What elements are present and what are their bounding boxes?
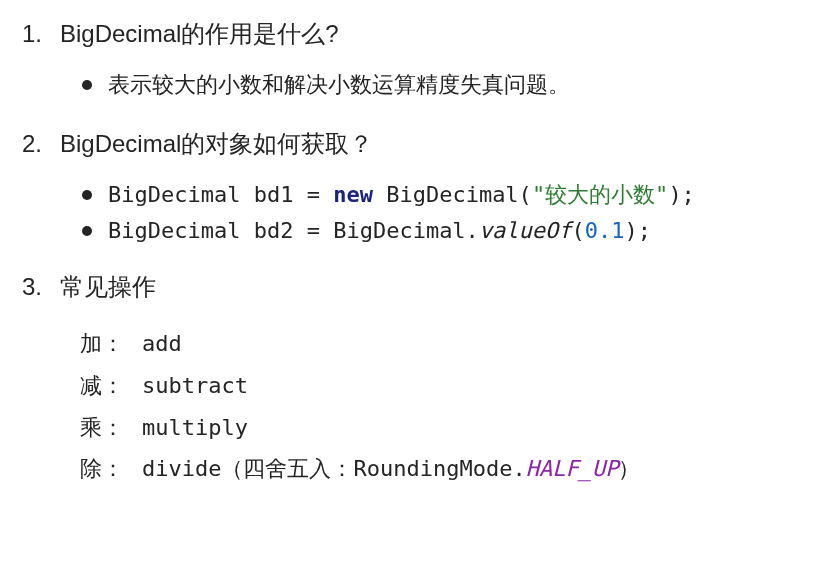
list-item-3: 3. 常见操作 加： add 减： subtract 乘： multiply 除… xyxy=(22,271,814,490)
item-title: BigDecimal的对象如何获取？ xyxy=(60,128,373,160)
item-title: BigDecimal的作用是什么? xyxy=(60,18,339,50)
code-text: BigDecimal bd1 = xyxy=(108,182,333,207)
op-name: add xyxy=(142,323,182,365)
code-text: BigDecimal( xyxy=(373,182,532,207)
item-number: 1. xyxy=(22,20,60,48)
op-name: divide（四舍五入：RoundingMode.HALF_UP） xyxy=(142,448,640,490)
code-text: BigDecimal bd2 = BigDecimal. xyxy=(108,218,479,243)
item-number: 3. xyxy=(22,273,60,301)
bullet-icon xyxy=(82,190,92,200)
bullet-2-2: BigDecimal bd2 = BigDecimal.valueOf(0.1)… xyxy=(82,218,814,243)
heading-3: 3. 常见操作 xyxy=(22,271,814,303)
code-text: ); xyxy=(625,218,652,243)
bullet-list-1: 表示较大的小数和解决小数运算精度失真问题。 xyxy=(82,70,814,100)
op-label: 减： xyxy=(80,365,142,407)
list-item-1: 1. BigDecimal的作用是什么? 表示较大的小数和解决小数运算精度失真问… xyxy=(22,18,814,100)
item-title: 常见操作 xyxy=(60,271,156,303)
code-string: "较大的小数" xyxy=(532,182,669,207)
op-label: 加： xyxy=(80,323,142,365)
op-label: 除： xyxy=(80,448,142,490)
code-keyword: new xyxy=(333,182,373,207)
item-number: 2. xyxy=(22,130,60,158)
code-text: divide xyxy=(142,456,221,481)
op-name: multiply xyxy=(142,407,248,449)
heading-1: 1. BigDecimal的作用是什么? xyxy=(22,18,814,50)
code-text: （四舍五入：RoundingMode. xyxy=(221,456,525,481)
op-subtract: 减： subtract xyxy=(80,365,814,407)
code-number: 0.1 xyxy=(585,218,625,243)
code-text: ） xyxy=(618,456,640,481)
code-text: ( xyxy=(572,218,585,243)
list-item-2: 2. BigDecimal的对象如何获取？ BigDecimal bd1 = n… xyxy=(22,128,814,243)
op-name: subtract xyxy=(142,365,248,407)
bullet-icon xyxy=(82,80,92,90)
code-method: valueOf xyxy=(479,218,572,243)
bullet-2-1: BigDecimal bd1 = new BigDecimal("较大的小数")… xyxy=(82,180,814,210)
code-enum: HALF_UP xyxy=(526,456,619,481)
bullet-1-1: 表示较大的小数和解决小数运算精度失真问题。 xyxy=(82,70,814,100)
bullet-list-2: BigDecimal bd1 = new BigDecimal("较大的小数")… xyxy=(82,180,814,243)
op-multiply: 乘： multiply xyxy=(80,407,814,449)
code-text: ); xyxy=(668,182,695,207)
op-add: 加： add xyxy=(80,323,814,365)
op-label: 乘： xyxy=(80,407,142,449)
code-line: BigDecimal bd2 = BigDecimal.valueOf(0.1)… xyxy=(108,218,651,243)
heading-2: 2. BigDecimal的对象如何获取？ xyxy=(22,128,814,160)
op-divide: 除： divide（四舍五入：RoundingMode.HALF_UP） xyxy=(80,448,814,490)
bullet-icon xyxy=(82,226,92,236)
code-line: BigDecimal bd1 = new BigDecimal("较大的小数")… xyxy=(108,180,695,210)
bullet-text: 表示较大的小数和解决小数运算精度失真问题。 xyxy=(108,70,570,100)
operation-list: 加： add 减： subtract 乘： multiply 除： divide… xyxy=(80,323,814,490)
